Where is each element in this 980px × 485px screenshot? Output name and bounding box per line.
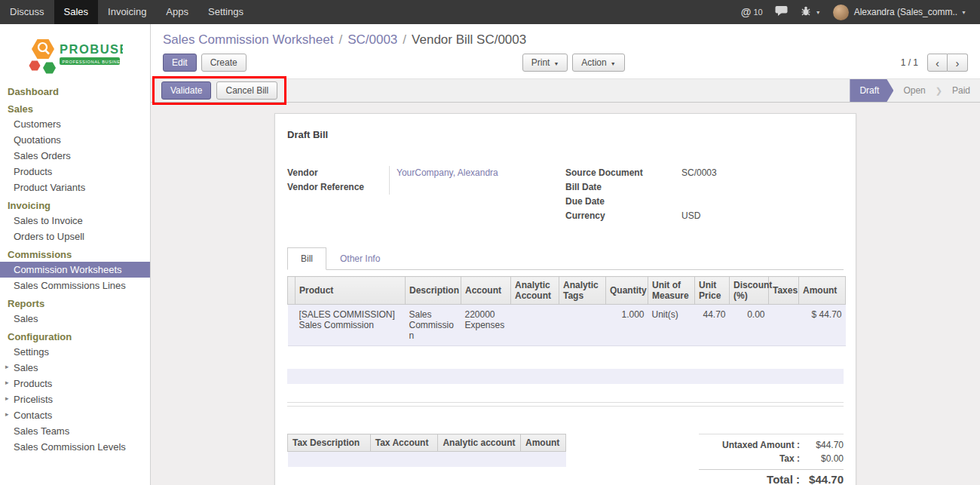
sidebar-item-config-products[interactable]: ▸ Products xyxy=(0,376,150,391)
sidebar-item-settings[interactable]: Settings xyxy=(0,344,150,360)
annotation-highlight: Validate Cancel Bill xyxy=(152,76,286,105)
content-header: Sales Commission Worksheet/SC/0003/Vendo… xyxy=(151,24,980,78)
source-document-value: SC/0003 xyxy=(675,166,844,180)
sidebar-item-commission-worksheets[interactable]: Commission Worksheets xyxy=(0,262,150,278)
chevron-down-icon: ▼ xyxy=(611,61,616,66)
edit-button[interactable]: Edit xyxy=(163,54,197,72)
column-header-analytic-account: Analytic Account xyxy=(511,277,559,305)
expand-arrow-icon: ▸ xyxy=(5,394,9,402)
control-panel: Edit Create Print▼ Action▼ 1 / 1 ‹ › xyxy=(151,50,980,78)
sidebar-item-sales-commissions-lines[interactable]: Sales Commissions Lines xyxy=(0,278,150,293)
sidebar-item-products[interactable]: Products xyxy=(0,164,150,180)
column-header-quantity: Quantity xyxy=(606,277,648,305)
sidebar-heading-commissions[interactable]: Commissions xyxy=(0,247,150,262)
tax-spacer-row xyxy=(288,467,566,485)
chat-bubble-icon xyxy=(775,5,788,19)
expand-arrow-icon: ▸ xyxy=(5,410,9,418)
column-header-product: Product xyxy=(296,277,406,305)
invoice-lines-table: Product Description Account Analytic Acc… xyxy=(287,276,846,346)
source-document-label: Source Document xyxy=(565,166,675,180)
debug-menu-button[interactable]: ▼ xyxy=(794,0,827,24)
amount-totals: Untaxed Amount : $44.70 Tax : $0.00 Tota… xyxy=(699,434,844,485)
bill-date-label: Bill Date xyxy=(565,180,675,195)
sidebar-heading-configuration[interactable]: Configuration xyxy=(0,330,150,344)
line-amount-cell: $ 44.70 xyxy=(799,305,846,346)
sidebar-item-config-pricelists[interactable]: ▸ Pricelists xyxy=(0,391,150,407)
mentions-counter[interactable]: @ 10 xyxy=(735,0,769,24)
pager: 1 / 1 ‹ › xyxy=(901,54,968,72)
cancel-bill-button[interactable]: Cancel Bill xyxy=(216,81,277,100)
column-header-unit-of-measure: Unit of Measure xyxy=(648,277,695,305)
invoice-line-row[interactable]: [SALES COMMISSION] Sales Commission Sale… xyxy=(288,305,846,346)
currency-value: USD xyxy=(675,209,844,223)
chevron-right-icon: ❯ xyxy=(936,86,942,96)
tab-other-info[interactable]: Other Info xyxy=(326,247,394,270)
line-description-cell: Sales Commission xyxy=(406,305,461,346)
pager-previous-button[interactable]: ‹ xyxy=(927,54,948,72)
sidebar-heading-sales[interactable]: Sales xyxy=(0,102,150,116)
sidebar-item-quotations[interactable]: Quotations xyxy=(0,132,150,148)
total-amount-value: $44.70 xyxy=(800,473,844,485)
tab-bill[interactable]: Bill xyxy=(287,247,326,270)
sidebar: PROBUSE PROFESSIONAL BUSINESS Dashboard … xyxy=(0,24,151,485)
user-menu[interactable]: Alexandra (Sales_comm.. ▼ xyxy=(827,0,972,24)
sidebar-item-config-contacts[interactable]: ▸ Contacts xyxy=(0,407,150,423)
sidebar-item-sales-orders[interactable]: Sales Orders xyxy=(0,148,150,164)
state-paid[interactable]: Paid xyxy=(942,85,980,96)
menu-sales[interactable]: Sales xyxy=(54,0,99,24)
action-menu-button[interactable]: Action▼ xyxy=(572,54,624,72)
sidebar-item-orders-to-upsell[interactable]: Orders to Upsell xyxy=(0,229,150,244)
pager-next-button[interactable]: › xyxy=(948,54,968,72)
logo-text: PROBUSE xyxy=(60,42,123,56)
sidebar-item-reports-sales[interactable]: Sales xyxy=(0,311,150,327)
company-logo[interactable]: PROBUSE PROFESSIONAL BUSINESS xyxy=(0,24,150,84)
breadcrumb-link-sc0003[interactable]: SC/0003 xyxy=(348,32,397,47)
sidebar-item-sales-teams[interactable]: Sales Teams xyxy=(0,423,150,439)
logo-hexagon-orange xyxy=(32,39,54,59)
column-header-description: Description xyxy=(406,277,461,305)
column-header-tax-account: Tax Account xyxy=(370,434,438,452)
menu-settings[interactable]: Settings xyxy=(198,0,253,24)
vendor-link[interactable]: YourCompany, Alexandra xyxy=(397,167,498,178)
sidebar-heading-reports[interactable]: Reports xyxy=(0,296,150,311)
print-label: Print xyxy=(531,57,550,68)
messages-button[interactable] xyxy=(769,0,794,24)
print-menu-button[interactable]: Print▼ xyxy=(522,54,568,72)
sidebar-item-sales-commission-levels[interactable]: Sales Commission Levels xyxy=(0,439,150,455)
column-header-amount: Amount xyxy=(799,277,846,305)
breadcrumb: Sales Commission Worksheet/SC/0003/Vendo… xyxy=(151,24,980,50)
untaxed-amount-value: $44.70 xyxy=(800,440,844,450)
notebook-tabs: Bill Other Info xyxy=(287,247,844,270)
tax-amount-label: Tax : xyxy=(779,453,800,464)
state-draft[interactable]: Draft xyxy=(850,79,893,102)
line-uom-cell: Unit(s) xyxy=(648,305,695,346)
sidebar-item-sales-to-invoice[interactable]: Sales to Invoice xyxy=(0,213,150,229)
action-label: Action xyxy=(581,57,606,68)
state-open[interactable]: Open xyxy=(893,85,935,96)
menu-invoicing[interactable]: Invoicing xyxy=(98,0,156,24)
due-date-value xyxy=(675,195,844,209)
line-analytic-account-cell xyxy=(511,305,559,346)
sidebar-item-product-variants[interactable]: Product Variants xyxy=(0,180,150,195)
avatar xyxy=(833,5,849,20)
vendor-label: Vendor xyxy=(287,166,389,180)
lines-header-row: Product Description Account Analytic Acc… xyxy=(288,277,846,305)
validate-button[interactable]: Validate xyxy=(161,81,211,100)
create-button[interactable]: Create xyxy=(201,54,247,72)
vendor-reference-value xyxy=(389,180,565,195)
menu-discuss[interactable]: Discuss xyxy=(0,0,54,24)
chevron-down-icon: ▼ xyxy=(553,61,559,66)
column-header-tax-description: Tax Description xyxy=(288,434,371,452)
breadcrumb-link-worksheet[interactable]: Sales Commission Worksheet xyxy=(163,32,333,47)
sidebar-item-customers[interactable]: Customers xyxy=(0,116,150,132)
sidebar-heading-dashboard[interactable]: Dashboard xyxy=(0,84,150,99)
form-sheet: Draft Bill Vendor YourCompany, Alexandra… xyxy=(274,113,856,485)
line-product-cell: [SALES COMMISSION] Sales Commission xyxy=(296,305,406,346)
sidebar-section-configuration: Configuration Settings ▸ Sales ▸ Product… xyxy=(0,330,150,455)
logo-hexagon-red xyxy=(29,61,40,71)
column-header-analytic-tags: Analytic Tags xyxy=(559,277,606,305)
sidebar-heading-invoicing[interactable]: Invoicing xyxy=(0,198,150,213)
menu-apps[interactable]: Apps xyxy=(156,0,198,24)
chevron-down-icon: ▼ xyxy=(961,10,966,15)
sidebar-item-config-sales[interactable]: ▸ Sales xyxy=(0,360,150,376)
